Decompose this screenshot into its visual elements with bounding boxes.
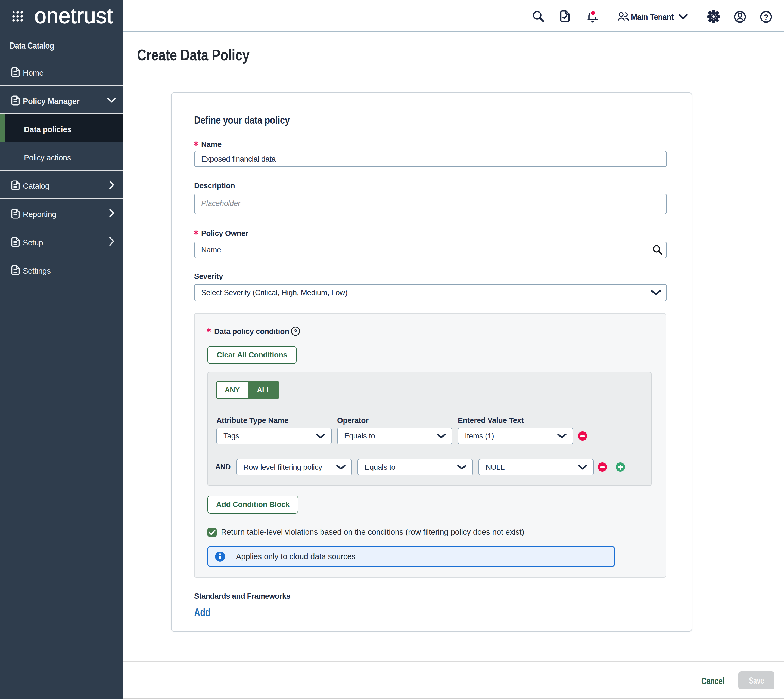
svg-text:?: ? <box>294 328 297 335</box>
svg-text:?: ? <box>764 13 769 22</box>
